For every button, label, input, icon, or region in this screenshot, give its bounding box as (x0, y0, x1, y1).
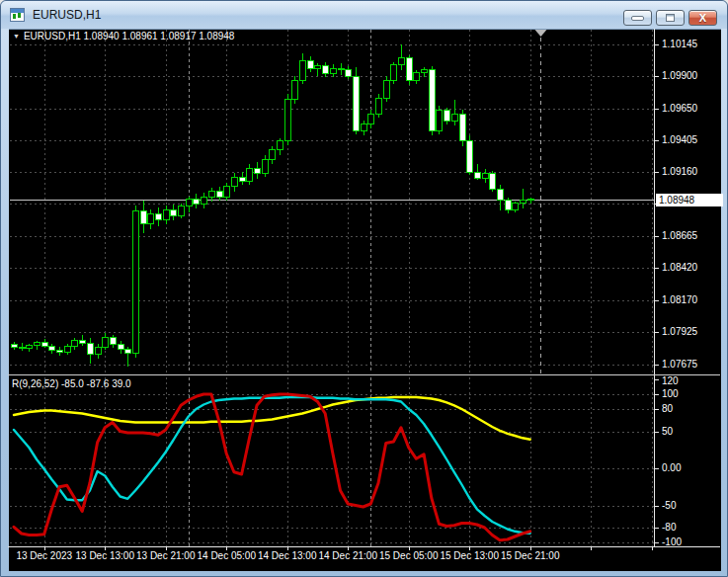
chart-client-area[interactable] (9, 29, 721, 571)
title-bar[interactable]: EURUSD,H1 X (1, 1, 727, 29)
chart-window-icon (10, 8, 25, 22)
minimize-button[interactable] (623, 10, 652, 26)
window-controls: X (623, 10, 717, 26)
minimize-icon (631, 16, 644, 21)
window-title: EURUSD,H1 (33, 8, 101, 22)
restore-icon (666, 14, 675, 22)
chart-window: EURUSD,H1 X (0, 0, 728, 577)
close-button[interactable]: X (688, 10, 717, 26)
restore-button[interactable] (656, 10, 685, 26)
